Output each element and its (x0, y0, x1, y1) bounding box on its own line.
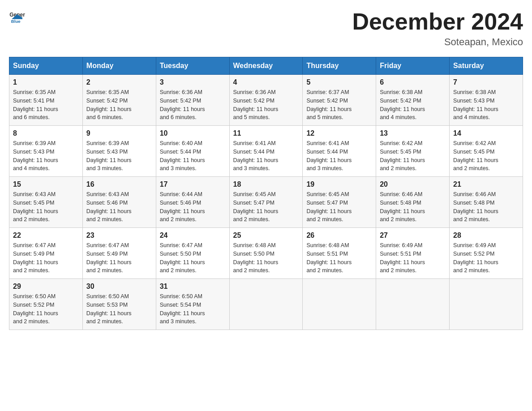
day-number: 28 (453, 231, 519, 240)
day-info: Sunrise: 6:48 AM Sunset: 5:51 PM Dayligh… (306, 241, 372, 275)
day-info: Sunrise: 6:38 AM Sunset: 5:42 PM Dayligh… (380, 88, 446, 122)
calendar-cell: 8 Sunrise: 6:39 AM Sunset: 5:43 PM Dayli… (9, 126, 83, 177)
day-number: 12 (306, 129, 372, 137)
calendar-cell: 30 Sunrise: 6:50 AM Sunset: 5:53 PM Dayl… (82, 279, 156, 330)
day-number: 23 (86, 231, 152, 240)
day-info: Sunrise: 6:41 AM Sunset: 5:44 PM Dayligh… (233, 139, 299, 173)
day-info: Sunrise: 6:49 AM Sunset: 5:52 PM Dayligh… (453, 241, 519, 275)
calendar-week-row: 29 Sunrise: 6:50 AM Sunset: 5:52 PM Dayl… (9, 279, 523, 330)
day-info: Sunrise: 6:47 AM Sunset: 5:49 PM Dayligh… (13, 241, 79, 275)
day-number: 31 (160, 283, 226, 291)
day-number: 25 (233, 231, 299, 240)
calendar-cell (303, 279, 376, 330)
calendar-cell: 18 Sunrise: 6:45 AM Sunset: 5:47 PM Dayl… (229, 177, 303, 228)
col-header-monday: Monday (82, 57, 156, 75)
calendar-cell: 2 Sunrise: 6:35 AM Sunset: 5:42 PM Dayli… (82, 75, 156, 126)
calendar-header-row: SundayMondayTuesdayWednesdayThursdayFrid… (9, 57, 523, 75)
day-info: Sunrise: 6:41 AM Sunset: 5:44 PM Dayligh… (306, 139, 372, 173)
day-number: 18 (233, 180, 299, 188)
logo-icon: General Blue (9, 9, 25, 25)
calendar-cell: 13 Sunrise: 6:42 AM Sunset: 5:45 PM Dayl… (376, 126, 450, 177)
day-info: Sunrise: 6:35 AM Sunset: 5:41 PM Dayligh… (13, 88, 79, 122)
day-info: Sunrise: 6:40 AM Sunset: 5:44 PM Dayligh… (160, 139, 226, 173)
calendar-cell: 28 Sunrise: 6:49 AM Sunset: 5:52 PM Dayl… (450, 228, 523, 279)
calendar-cell: 5 Sunrise: 6:37 AM Sunset: 5:42 PM Dayli… (303, 75, 376, 126)
calendar-cell (450, 279, 523, 330)
calendar-table: SundayMondayTuesdayWednesdayThursdayFrid… (9, 57, 523, 330)
calendar-week-row: 1 Sunrise: 6:35 AM Sunset: 5:41 PM Dayli… (9, 75, 523, 126)
title-section: December 2024 Soteapan, Mexico (352, 9, 523, 48)
day-info: Sunrise: 6:42 AM Sunset: 5:45 PM Dayligh… (380, 139, 446, 173)
calendar-cell: 23 Sunrise: 6:47 AM Sunset: 5:49 PM Dayl… (82, 228, 156, 279)
calendar-cell: 15 Sunrise: 6:43 AM Sunset: 5:45 PM Dayl… (9, 177, 83, 228)
day-number: 6 (380, 78, 446, 86)
day-number: 20 (380, 180, 446, 188)
day-info: Sunrise: 6:45 AM Sunset: 5:47 PM Dayligh… (306, 190, 372, 224)
day-number: 19 (306, 180, 372, 188)
day-number: 27 (380, 231, 446, 240)
calendar-cell: 20 Sunrise: 6:46 AM Sunset: 5:48 PM Dayl… (376, 177, 450, 228)
calendar-cell: 11 Sunrise: 6:41 AM Sunset: 5:44 PM Dayl… (229, 126, 303, 177)
day-number: 16 (86, 180, 152, 188)
day-number: 22 (13, 231, 79, 240)
day-info: Sunrise: 6:43 AM Sunset: 5:45 PM Dayligh… (13, 190, 79, 224)
day-number: 5 (306, 78, 372, 86)
calendar-cell (376, 279, 450, 330)
col-header-sunday: Sunday (9, 57, 83, 75)
day-number: 14 (453, 129, 519, 137)
day-number: 11 (233, 129, 299, 137)
calendar-cell: 27 Sunrise: 6:49 AM Sunset: 5:51 PM Dayl… (376, 228, 450, 279)
day-info: Sunrise: 6:38 AM Sunset: 5:43 PM Dayligh… (453, 88, 519, 122)
day-number: 2 (86, 78, 152, 86)
day-info: Sunrise: 6:45 AM Sunset: 5:47 PM Dayligh… (233, 190, 299, 224)
day-number: 9 (86, 129, 152, 137)
month-title: December 2024 (352, 9, 523, 34)
day-number: 24 (160, 231, 226, 240)
day-info: Sunrise: 6:49 AM Sunset: 5:51 PM Dayligh… (380, 241, 446, 275)
logo: General Blue (9, 9, 25, 25)
day-info: Sunrise: 6:42 AM Sunset: 5:45 PM Dayligh… (453, 139, 519, 173)
col-header-saturday: Saturday (450, 57, 523, 75)
calendar-cell: 16 Sunrise: 6:43 AM Sunset: 5:46 PM Dayl… (82, 177, 156, 228)
calendar-cell: 4 Sunrise: 6:36 AM Sunset: 5:42 PM Dayli… (229, 75, 303, 126)
calendar-cell: 1 Sunrise: 6:35 AM Sunset: 5:41 PM Dayli… (9, 75, 83, 126)
day-info: Sunrise: 6:50 AM Sunset: 5:52 PM Dayligh… (13, 292, 79, 326)
day-info: Sunrise: 6:46 AM Sunset: 5:48 PM Dayligh… (453, 190, 519, 224)
location: Soteapan, Mexico (352, 36, 523, 48)
col-header-friday: Friday (376, 57, 450, 75)
calendar-cell: 19 Sunrise: 6:45 AM Sunset: 5:47 PM Dayl… (303, 177, 376, 228)
calendar-week-row: 15 Sunrise: 6:43 AM Sunset: 5:45 PM Dayl… (9, 177, 523, 228)
day-number: 21 (453, 180, 519, 188)
day-number: 13 (380, 129, 446, 137)
day-number: 15 (13, 180, 79, 188)
calendar-cell: 9 Sunrise: 6:39 AM Sunset: 5:43 PM Dayli… (82, 126, 156, 177)
day-info: Sunrise: 6:39 AM Sunset: 5:43 PM Dayligh… (13, 139, 79, 173)
calendar-cell: 3 Sunrise: 6:36 AM Sunset: 5:42 PM Dayli… (156, 75, 229, 126)
day-number: 26 (306, 231, 372, 240)
col-header-thursday: Thursday (303, 57, 376, 75)
day-number: 4 (233, 78, 299, 86)
col-header-wednesday: Wednesday (229, 57, 303, 75)
calendar-cell (229, 279, 303, 330)
day-number: 10 (160, 129, 226, 137)
calendar-cell: 24 Sunrise: 6:47 AM Sunset: 5:50 PM Dayl… (156, 228, 229, 279)
calendar-week-row: 22 Sunrise: 6:47 AM Sunset: 5:49 PM Dayl… (9, 228, 523, 279)
calendar-cell: 17 Sunrise: 6:44 AM Sunset: 5:46 PM Dayl… (156, 177, 229, 228)
svg-text:Blue: Blue (11, 19, 21, 24)
calendar-cell: 26 Sunrise: 6:48 AM Sunset: 5:51 PM Dayl… (303, 228, 376, 279)
calendar-cell: 21 Sunrise: 6:46 AM Sunset: 5:48 PM Dayl… (450, 177, 523, 228)
day-info: Sunrise: 6:50 AM Sunset: 5:54 PM Dayligh… (160, 292, 226, 326)
calendar-cell: 31 Sunrise: 6:50 AM Sunset: 5:54 PM Dayl… (156, 279, 229, 330)
day-info: Sunrise: 6:44 AM Sunset: 5:46 PM Dayligh… (160, 190, 226, 224)
calendar-cell: 14 Sunrise: 6:42 AM Sunset: 5:45 PM Dayl… (450, 126, 523, 177)
calendar-week-row: 8 Sunrise: 6:39 AM Sunset: 5:43 PM Dayli… (9, 126, 523, 177)
day-info: Sunrise: 6:50 AM Sunset: 5:53 PM Dayligh… (86, 292, 152, 326)
day-info: Sunrise: 6:43 AM Sunset: 5:46 PM Dayligh… (86, 190, 152, 224)
day-number: 29 (13, 283, 79, 291)
calendar-cell: 6 Sunrise: 6:38 AM Sunset: 5:42 PM Dayli… (376, 75, 450, 126)
day-info: Sunrise: 6:39 AM Sunset: 5:43 PM Dayligh… (86, 139, 152, 173)
calendar-cell: 29 Sunrise: 6:50 AM Sunset: 5:52 PM Dayl… (9, 279, 83, 330)
day-info: Sunrise: 6:46 AM Sunset: 5:48 PM Dayligh… (380, 190, 446, 224)
calendar-cell: 25 Sunrise: 6:48 AM Sunset: 5:50 PM Dayl… (229, 228, 303, 279)
day-info: Sunrise: 6:36 AM Sunset: 5:42 PM Dayligh… (160, 88, 226, 122)
